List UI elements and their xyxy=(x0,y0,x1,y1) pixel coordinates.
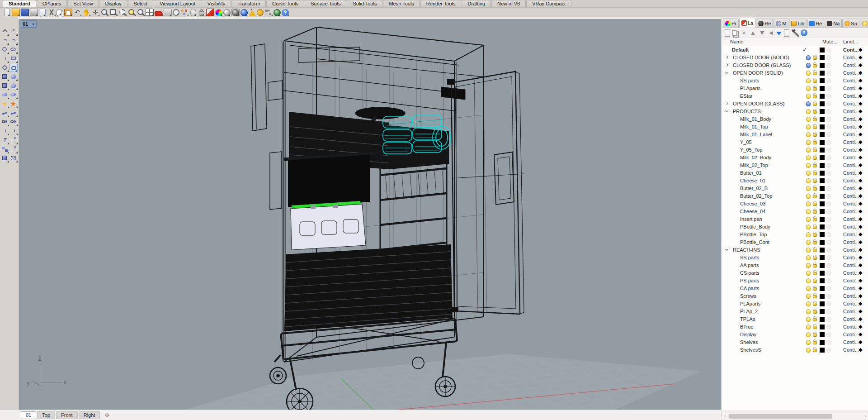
layer-material-icon[interactable] xyxy=(826,163,831,168)
print-color-diamond-icon[interactable]: ◆ xyxy=(859,324,862,329)
torus-tool[interactable] xyxy=(1,91,9,99)
collapse-arrow-icon[interactable] xyxy=(725,71,728,74)
layer-lock-icon[interactable] xyxy=(813,318,817,321)
layer-linetype[interactable]: Conti... xyxy=(843,147,859,153)
print-color-diamond-icon[interactable]: ◆ xyxy=(859,70,862,76)
layer-material-icon[interactable] xyxy=(826,140,831,145)
layer-linetype[interactable]: Conti... xyxy=(843,339,859,345)
layer-linetype[interactable]: Conti... xyxy=(843,224,859,229)
layer-row-shelves[interactable]: ShelvesConti...◆ xyxy=(722,339,868,346)
layer-color-swatch[interactable] xyxy=(820,309,825,314)
layer-color-swatch[interactable] xyxy=(820,163,825,168)
layer-lock-icon[interactable] xyxy=(813,57,817,60)
panel-tab-pr[interactable]: Pr xyxy=(723,19,739,28)
print-color-diamond-icon[interactable]: ◆ xyxy=(859,62,862,68)
panel-horizontal-scrollbar[interactable]: ‹ › xyxy=(722,413,868,419)
print-color-diamond-icon[interactable]: ◆ xyxy=(859,185,862,191)
layer-linetype[interactable]: Conti... xyxy=(843,101,859,106)
layer-visibility-bulb-icon[interactable] xyxy=(806,71,811,76)
layer-lock-icon[interactable] xyxy=(813,218,817,221)
layer-linetype[interactable]: Conti... xyxy=(843,301,859,306)
layer-lock-icon[interactable] xyxy=(813,241,817,244)
layer-color-swatch[interactable] xyxy=(820,109,825,114)
vray-icon[interactable] xyxy=(249,10,256,16)
circle-tool[interactable] xyxy=(1,46,9,54)
layer-visibility-bulb-icon[interactable] xyxy=(806,178,811,183)
viewport-tab-right[interactable]: Right xyxy=(79,411,100,419)
layer-visibility-bulb-icon[interactable] xyxy=(806,348,811,353)
layer-material-icon[interactable] xyxy=(826,48,831,52)
layer-linetype[interactable]: Conti... xyxy=(843,70,859,76)
layer-lock-icon[interactable] xyxy=(813,118,817,121)
layer-lock-icon[interactable] xyxy=(813,80,817,83)
layer-color-swatch[interactable] xyxy=(820,148,825,153)
layer-visibility-bulb-icon[interactable] xyxy=(806,86,811,91)
layer-row-plaparts[interactable]: PLApartsConti...◆ xyxy=(722,85,868,92)
panel-tab-m[interactable]: M xyxy=(774,19,788,28)
print-color-diamond-icon[interactable]: ◆ xyxy=(859,216,862,222)
layer-lock-icon[interactable] xyxy=(813,287,817,291)
viewport-tab-front[interactable]: Front xyxy=(56,411,78,419)
layer-material-icon[interactable] xyxy=(826,255,831,260)
print-color-diamond-icon[interactable]: ◆ xyxy=(859,239,862,245)
print-color-diamond-icon[interactable]: ◆ xyxy=(859,131,862,137)
print-color-diamond-icon[interactable]: ◆ xyxy=(859,170,862,176)
layer-row-reach-ins[interactable]: REACH-INSConti...◆ xyxy=(722,246,868,254)
layer-lock-icon[interactable] xyxy=(813,326,817,329)
polygon-tool[interactable] xyxy=(1,64,9,72)
trim-tool[interactable] xyxy=(9,109,18,117)
layer-material-icon[interactable] xyxy=(826,71,831,76)
layer-color-swatch[interactable] xyxy=(820,186,825,191)
expand-arrow-icon[interactable] xyxy=(725,102,728,105)
layer-color-swatch[interactable] xyxy=(820,340,825,345)
layer-material-icon[interactable] xyxy=(826,178,831,183)
layer-row-shelvess[interactable]: ShelvesSConti...◆ xyxy=(722,346,868,354)
layer-row-cheese-01[interactable]: Cheese_01Conti...◆ xyxy=(722,177,868,185)
fillet-edge-tool[interactable] xyxy=(9,127,18,135)
layer-material-icon[interactable] xyxy=(826,232,831,237)
layer-color-swatch[interactable] xyxy=(820,155,825,160)
cut-icon[interactable] xyxy=(47,9,56,16)
copy-icon[interactable] xyxy=(57,10,61,15)
layer-linetype[interactable]: Cont... xyxy=(843,47,859,52)
layer-linetype[interactable]: Conti... xyxy=(843,178,859,183)
open-file-icon[interactable] xyxy=(12,9,20,16)
layer-row-open-door-solid[interactable]: OPEN DOOR (SOLID)Conti...◆ xyxy=(722,69,868,77)
layer-linetype[interactable]: Conti... xyxy=(843,209,859,214)
layer-row-aa-parts[interactable]: AA partsConti...◆ xyxy=(722,262,868,269)
expand-arrow-icon[interactable] xyxy=(725,63,728,67)
scroll-right-arrow[interactable]: › xyxy=(862,414,868,419)
print-color-diamond-icon[interactable]: ◆ xyxy=(859,293,862,299)
print-color-diamond-icon[interactable]: ◆ xyxy=(859,177,862,183)
layer-linetype[interactable]: Conti... xyxy=(843,309,859,314)
viewport-tab-top[interactable]: Top xyxy=(37,411,55,419)
print-color-diamond-icon[interactable]: ◆ xyxy=(859,262,862,268)
split-tool[interactable] xyxy=(1,109,9,117)
four-viewports-icon[interactable] xyxy=(146,9,154,16)
layer-lock-icon[interactable] xyxy=(813,141,817,144)
layer-lock-icon[interactable] xyxy=(813,203,817,206)
panel-tab-lib[interactable]: Lib xyxy=(789,19,807,28)
layer-material-icon[interactable] xyxy=(826,224,831,229)
layer-row-y-05[interactable]: Y_05Conti...◆ xyxy=(722,138,868,146)
print-color-diamond-icon[interactable]: ◆ xyxy=(859,47,862,52)
layer-linetype[interactable]: Conti... xyxy=(843,116,859,122)
layer-material-icon[interactable] xyxy=(826,124,831,129)
distance-icon[interactable] xyxy=(164,9,172,16)
new-file-icon[interactable] xyxy=(4,9,10,16)
layer-visibility-bulb-icon[interactable] xyxy=(806,301,811,306)
print-color-diamond-icon[interactable]: ◆ xyxy=(859,301,862,306)
layer-lock-icon[interactable] xyxy=(813,110,817,114)
layer-linetype[interactable]: Conti... xyxy=(843,155,859,160)
layer-material-icon[interactable] xyxy=(826,263,831,268)
layer-row-estar[interactable]: EStarConti...◆ xyxy=(722,92,868,100)
collapse-arrow-icon[interactable] xyxy=(725,109,728,112)
move-up-icon[interactable]: ▲ xyxy=(749,29,757,37)
sphere-tool[interactable] xyxy=(9,82,18,90)
layer-color-swatch[interactable] xyxy=(820,240,825,245)
layer-material-icon[interactable] xyxy=(826,148,831,153)
print-color-diamond-icon[interactable]: ◆ xyxy=(859,85,862,91)
layer-row-cheese-04[interactable]: Cheese_04Conti...◆ xyxy=(722,208,868,215)
layer-linetype[interactable]: Conti... xyxy=(843,186,859,191)
layer-material-icon[interactable] xyxy=(826,194,831,199)
